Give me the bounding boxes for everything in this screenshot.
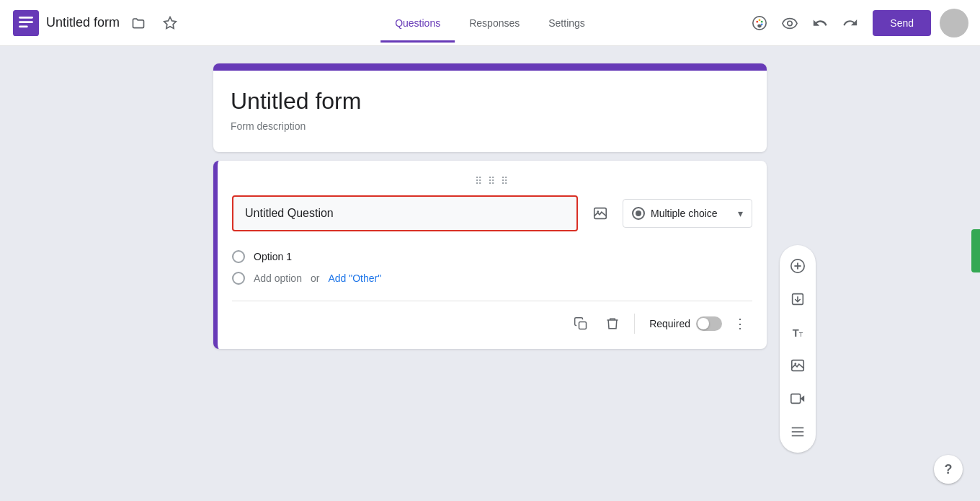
question-image-button[interactable] [587, 200, 614, 227]
green-tab [971, 229, 980, 272]
header-right: Send [746, 9, 968, 37]
option-row-1: Option 1 [232, 246, 752, 267]
svg-point-10 [788, 21, 792, 25]
svg-rect-13 [579, 322, 587, 329]
add-other-link[interactable]: Add "Other" [328, 272, 381, 284]
add-option-row: Add option or Add "Other" [232, 267, 752, 289]
tab-questions[interactable]: Questions [380, 3, 455, 43]
nav-tabs: Questions Responses Settings [380, 3, 600, 43]
svg-rect-2 [19, 21, 33, 23]
add-option-radio [232, 272, 245, 285]
star-button[interactable] [157, 10, 183, 36]
main-content: Untitled form Form description ⠿ ⠿ ⠿ [0, 46, 980, 501]
add-option-link[interactable]: Add option [254, 272, 302, 284]
avatar [940, 9, 968, 37]
required-label: Required [649, 318, 690, 329]
preview-button[interactable] [776, 9, 803, 37]
delete-button[interactable] [600, 311, 625, 337]
add-section-button[interactable] [783, 417, 813, 447]
form-container: Untitled form Form description ⠿ ⠿ ⠿ [213, 63, 767, 349]
form-title-header: Untitled form [46, 15, 120, 30]
folder-button[interactable] [125, 10, 151, 36]
add-video-button[interactable] [783, 383, 813, 414]
svg-text:T: T [793, 327, 799, 339]
duplicate-button[interactable] [568, 311, 594, 337]
svg-marker-4 [164, 17, 177, 28]
question-top-row: Multiple choice ▾ [232, 195, 752, 231]
app-icon [12, 9, 40, 37]
svg-rect-1 [19, 17, 33, 19]
svg-point-7 [759, 19, 761, 21]
header: Untitled form Questions Responses Settin… [0, 0, 980, 46]
svg-rect-3 [19, 25, 28, 27]
import-questions-button[interactable] [783, 284, 813, 314]
question-type-dropdown[interactable]: Multiple choice ▾ [623, 199, 752, 228]
question-card: ⠿ ⠿ ⠿ Multiple choice ▾ [213, 161, 767, 349]
form-description[interactable]: Form description [231, 120, 749, 132]
question-input-wrapper [232, 195, 578, 231]
more-options-button[interactable]: ⋮ [728, 310, 752, 337]
question-type-label: Multiple choice [651, 208, 718, 219]
palette-button[interactable] [746, 9, 773, 37]
svg-text:T: T [799, 331, 803, 338]
or-text: or [311, 272, 319, 284]
question-footer: Required ⋮ [232, 301, 752, 337]
question-title-input[interactable] [233, 197, 576, 230]
help-button[interactable]: ? [934, 455, 963, 484]
send-button[interactable]: Send [873, 10, 931, 36]
header-left: Untitled form [12, 9, 746, 37]
required-toggle[interactable] [696, 316, 722, 331]
option-radio-1 [232, 250, 245, 263]
add-image-button[interactable] [783, 350, 813, 381]
option-label-1: Option 1 [254, 251, 292, 262]
right-sidebar: T T [780, 245, 816, 453]
form-main-title: Untitled form [231, 88, 749, 115]
redo-button[interactable] [837, 9, 864, 37]
svg-point-8 [761, 20, 763, 22]
form-title-card: Untitled form Form description [213, 63, 767, 152]
add-question-button[interactable] [783, 251, 813, 281]
dropdown-arrow-icon: ▾ [738, 208, 743, 219]
add-title-button[interactable]: T T [783, 317, 813, 347]
tab-settings[interactable]: Settings [534, 3, 600, 43]
svg-point-6 [757, 20, 759, 22]
multiple-choice-icon [632, 207, 645, 220]
undo-button[interactable] [806, 9, 834, 37]
svg-rect-23 [791, 394, 801, 404]
drag-handle: ⠿ ⠿ ⠿ [232, 175, 752, 187]
tab-responses[interactable]: Responses [455, 3, 534, 43]
